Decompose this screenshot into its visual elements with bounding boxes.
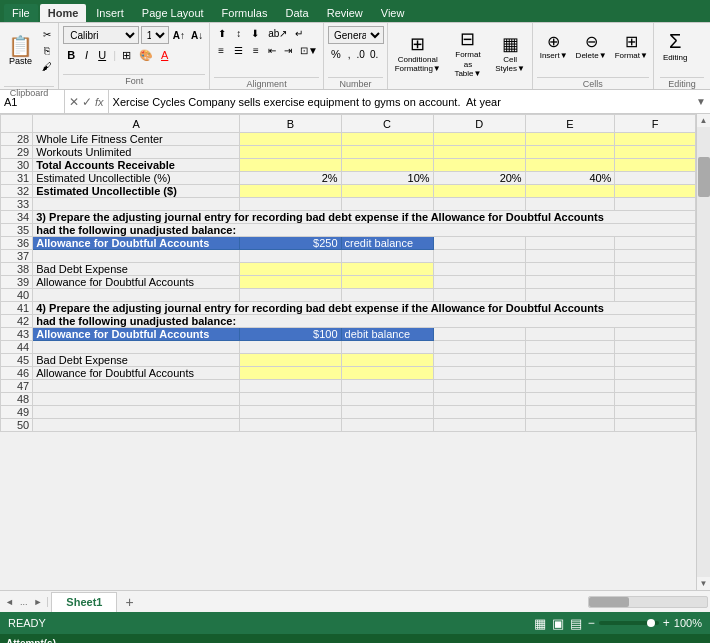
cell-c30[interactable] (341, 159, 433, 172)
cell-e30[interactable] (525, 159, 615, 172)
cell-e47[interactable] (525, 380, 615, 393)
cell-f33[interactable] (615, 198, 696, 211)
cell-f39[interactable] (615, 276, 696, 289)
tab-formulas[interactable]: Formulas (214, 4, 276, 22)
cell-f48[interactable] (615, 393, 696, 406)
cell-e38[interactable] (525, 263, 615, 276)
cell-a36[interactable]: Allowance for Doubtful Accounts (33, 237, 240, 250)
tab-review[interactable]: Review (319, 4, 371, 22)
cell-f40[interactable] (615, 289, 696, 302)
cell-d37[interactable] (433, 250, 525, 263)
scroll-thumb[interactable] (698, 157, 710, 197)
cell-c49[interactable] (341, 406, 433, 419)
cell-c31[interactable]: 10% (341, 172, 433, 185)
cell-a29[interactable]: Workouts Unlimited (33, 146, 240, 159)
cell-f32[interactable] (615, 185, 696, 198)
cell-e48[interactable] (525, 393, 615, 406)
col-header-c[interactable]: C (341, 115, 433, 133)
cell-e46[interactable] (525, 367, 615, 380)
cell-styles-button[interactable]: ▦ CellStyles▼ (493, 31, 528, 76)
cell-a50[interactable] (33, 419, 240, 432)
cell-e33[interactable] (525, 198, 615, 211)
cell-b32[interactable] (240, 185, 341, 198)
cell-e39[interactable] (525, 276, 615, 289)
cell-b43[interactable]: $100 (240, 328, 341, 341)
add-sheet-button[interactable]: + (119, 594, 139, 610)
cell-d39[interactable] (433, 276, 525, 289)
col-header-d[interactable]: D (433, 115, 525, 133)
format-painter-button[interactable]: 🖌 (39, 59, 55, 74)
scroll-down-button[interactable]: ▼ (697, 577, 710, 590)
cell-b31[interactable]: 2% (240, 172, 341, 185)
tab-page-layout[interactable]: Page Layout (134, 4, 212, 22)
cell-c46[interactable] (341, 367, 433, 380)
cell-f44[interactable] (615, 341, 696, 354)
cell-f37[interactable] (615, 250, 696, 263)
cell-b29[interactable] (240, 146, 341, 159)
cell-f28[interactable] (615, 133, 696, 146)
cell-d33[interactable] (433, 198, 525, 211)
cell-c45[interactable] (341, 354, 433, 367)
tab-file[interactable]: File (4, 4, 38, 22)
cell-b37[interactable] (240, 250, 341, 263)
borders-button[interactable]: ⊞ (119, 46, 134, 64)
cell-c39[interactable] (341, 276, 433, 289)
font-size-select[interactable]: 11 (141, 26, 169, 44)
cell-c36[interactable]: credit balance (341, 237, 433, 250)
fill-color-button[interactable]: 🎨 (136, 46, 156, 64)
zoom-plus-button[interactable]: + (663, 616, 670, 630)
cell-d30[interactable] (433, 159, 525, 172)
merge-button[interactable]: ⊡▼ (297, 43, 321, 58)
col-header-e[interactable]: E (525, 115, 615, 133)
font-grow-button[interactable]: A↑ (171, 26, 187, 44)
cell-c43[interactable]: debit balance (341, 328, 433, 341)
cell-a33[interactable] (33, 198, 240, 211)
cell-d32[interactable] (433, 185, 525, 198)
cell-c48[interactable] (341, 393, 433, 406)
cell-f38[interactable] (615, 263, 696, 276)
zoom-handle[interactable] (647, 619, 655, 627)
cell-d44[interactable] (433, 341, 525, 354)
paste-button[interactable]: 📋 Paste (4, 33, 37, 69)
cell-b49[interactable] (240, 406, 341, 419)
font-color-button[interactable]: A (158, 46, 171, 64)
cell-a37[interactable] (33, 250, 240, 263)
scroll-up-button[interactable]: ▲ (697, 114, 710, 127)
font-name-select[interactable]: Calibri (63, 26, 139, 44)
col-header-a[interactable]: A (33, 115, 240, 133)
cell-a39[interactable]: Allowance for Doubtful Accounts (33, 276, 240, 289)
view-normal-button[interactable]: ▦ (534, 616, 546, 631)
cell-b44[interactable] (240, 341, 341, 354)
cell-d50[interactable] (433, 419, 525, 432)
cell-b46[interactable] (240, 367, 341, 380)
zoom-track[interactable] (599, 621, 659, 625)
cell-e49[interactable] (525, 406, 615, 419)
cell-c33[interactable] (341, 198, 433, 211)
cell-c44[interactable] (341, 341, 433, 354)
cell-a46[interactable]: Allowance for Doubtful Accounts (33, 367, 240, 380)
cell-d29[interactable] (433, 146, 525, 159)
cell-e36[interactable] (525, 237, 615, 250)
dec-inc-button[interactable]: .0 (355, 46, 367, 62)
number-format-select[interactable]: General (328, 26, 384, 44)
tab-data[interactable]: Data (277, 4, 316, 22)
horizontal-scroll-area[interactable] (140, 591, 710, 612)
formula-cancel-icon[interactable]: ✕ (69, 95, 79, 109)
formula-fx-icon[interactable]: fx (95, 96, 104, 108)
cell-d28[interactable] (433, 133, 525, 146)
cell-d45[interactable] (433, 354, 525, 367)
cell-b33[interactable] (240, 198, 341, 211)
cell-e31[interactable]: 40% (525, 172, 615, 185)
cell-f45[interactable] (615, 354, 696, 367)
cell-c47[interactable] (341, 380, 433, 393)
bold-button[interactable]: B (63, 46, 79, 64)
cell-d38[interactable] (433, 263, 525, 276)
cell-d31[interactable]: 20% (433, 172, 525, 185)
formula-input[interactable] (109, 91, 693, 113)
cell-a35[interactable]: had the following unadjusted balance: (33, 224, 696, 237)
cell-f29[interactable] (615, 146, 696, 159)
cell-a31[interactable]: Estimated Uncollectible (%) (33, 172, 240, 185)
cell-e40[interactable] (525, 289, 615, 302)
cell-c37[interactable] (341, 250, 433, 263)
cell-a47[interactable] (33, 380, 240, 393)
